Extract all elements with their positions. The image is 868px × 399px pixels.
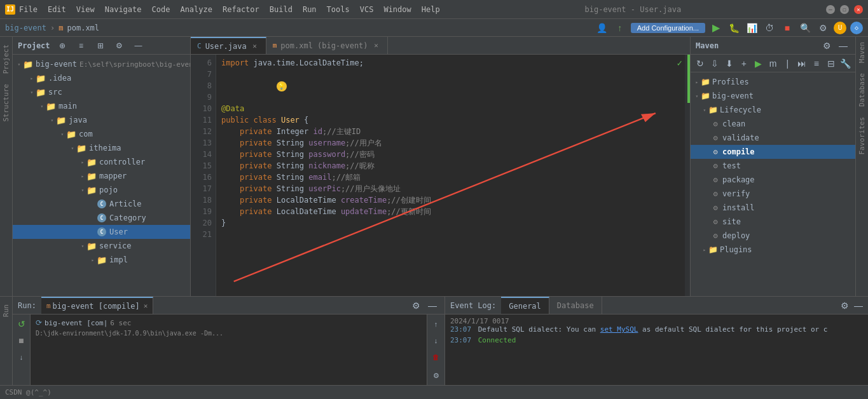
maven-validate-item[interactable]: ⚙ validate — [691, 131, 855, 145]
menu-build[interactable]: Build — [270, 5, 293, 14]
maven-wrench-btn[interactable]: 🔧 — [839, 57, 851, 71]
expand-arrow-main[interactable]: ▾ — [38, 102, 46, 110]
tree-item-pojo[interactable]: ▾ 📁 pojo — [13, 183, 190, 197]
tree-item-root[interactable]: ▾ 📁 big-event E:\self\springboot\big-eve… — [13, 57, 190, 71]
sidebar-minimize-btn[interactable]: — — [132, 39, 146, 53]
expand-arrow-src[interactable]: ▾ — [28, 88, 36, 96]
tab-close-pom[interactable]: ✕ — [372, 41, 381, 50]
database-strip-label[interactable]: Database — [857, 68, 867, 112]
tree-item-service[interactable]: ▾ 📁 service — [13, 239, 190, 253]
maven-plugins-item[interactable]: ▸ 📁 Plugins — [691, 243, 855, 257]
event-log-tab-general[interactable]: General — [501, 297, 549, 314]
search-btn[interactable]: 🔍 — [798, 21, 812, 35]
close-button[interactable]: ✕ — [854, 5, 863, 14]
expand-arrow-service[interactable]: ▾ — [79, 242, 86, 250]
maven-deploy-item[interactable]: ⚙ deploy — [691, 229, 855, 243]
maven-package-item[interactable]: ⚙ package — [691, 173, 855, 187]
add-configuration-button[interactable]: Add Configuration... — [631, 23, 705, 33]
coverage-btn[interactable]: 📊 — [745, 21, 759, 35]
run-stop-small-btn[interactable]: ⏹ — [15, 334, 29, 348]
run-gear2-btn[interactable]: ⚙ — [429, 369, 443, 382]
tree-item-itheima[interactable]: ▾ 📁 itheima — [13, 141, 190, 155]
event-log-tab-database[interactable]: Database — [549, 297, 602, 314]
expand-arrow-root[interactable]: ▾ — [15, 60, 23, 68]
favorites-strip-label[interactable]: Favorites — [857, 112, 867, 160]
tree-item-mapper[interactable]: ▸ 📁 mapper — [13, 169, 190, 183]
maven-install-item[interactable]: ⚙ install — [691, 201, 855, 215]
menu-navigate[interactable]: Navigate — [105, 5, 142, 14]
log-link-1[interactable]: set MySQL — [600, 325, 638, 334]
sidebar-collapse-btn[interactable]: ≡ — [74, 39, 88, 53]
maven-run-btn[interactable]: ▶ — [752, 57, 764, 71]
menu-file[interactable]: File — [19, 5, 38, 14]
expand-arrow-controller[interactable]: ▸ — [79, 158, 86, 166]
vcs-icon-btn[interactable]: ↑ — [613, 21, 627, 35]
sidebar-settings-btn[interactable]: ⚙ — [113, 39, 127, 53]
code-content[interactable]: import java.time.LocalDateTime; 💡 @Data … — [216, 55, 685, 296]
maven-verify-item[interactable]: ⚙ verify — [691, 187, 855, 201]
maven-settings-btn[interactable]: ⚙ — [820, 39, 834, 53]
breadcrumb-project[interactable]: big-event — [5, 24, 46, 32]
profile-btn[interactable]: ⏱ — [762, 21, 776, 35]
maven-test-item[interactable]: ⚙ test — [691, 159, 855, 173]
menu-vcs[interactable]: VCS — [360, 5, 374, 14]
tree-item-article[interactable]: ▸ C Article — [13, 197, 190, 211]
maven-add-btn[interactable]: + — [738, 57, 750, 71]
tree-item-java[interactable]: ▾ 📁 java — [13, 113, 190, 127]
menu-view[interactable]: View — [76, 5, 95, 14]
tree-item-controller[interactable]: ▸ 📁 controller — [13, 155, 190, 169]
expand-big-event[interactable]: ▾ — [693, 92, 701, 100]
run-settings-btn[interactable]: ⚙ — [409, 299, 423, 313]
tree-item-com[interactable]: ▾ 📁 com — [13, 127, 190, 141]
menu-run[interactable]: Run — [303, 5, 317, 14]
expand-profiles[interactable]: ▸ — [693, 78, 701, 86]
expand-arrow-com[interactable]: ▾ — [59, 130, 66, 138]
code-editor[interactable]: 6 7 8 9 10 11 12 13 14 15 16 17 18 19 20… — [191, 55, 690, 296]
event-log-settings-btn[interactable]: ⚙ — [837, 299, 851, 313]
minimize-button[interactable]: — — [826, 5, 835, 14]
maven-lifecycle-item[interactable]: ▾ 📁 Lifecycle — [691, 103, 855, 117]
user-icon-btn[interactable]: 👤 — [595, 21, 609, 35]
tree-item-idea[interactable]: ▸ 📁 .idea — [13, 71, 190, 85]
tree-item-main[interactable]: ▾ 📁 main — [13, 99, 190, 113]
maven-profiles-item[interactable]: ▸ 📁 Profiles — [691, 75, 855, 89]
expand-arrow-impl[interactable]: ▸ — [89, 256, 97, 264]
editor-scrollbar[interactable] — [685, 55, 690, 296]
expand-arrow-mapper[interactable]: ▸ — [79, 172, 86, 180]
tree-item-src[interactable]: ▾ 📁 src — [13, 85, 190, 99]
run-minimize-btn[interactable]: — — [425, 299, 439, 313]
maven-run-tasks-btn[interactable]: m — [767, 57, 779, 71]
expand-arrow-itheima[interactable]: ▾ — [69, 144, 76, 152]
maven-compile-item[interactable]: ⚙ compile — [691, 145, 855, 159]
stop-button[interactable]: ■ — [780, 21, 794, 35]
expand-arrow-idea[interactable]: ▸ — [28, 74, 36, 82]
tab-close-user-java[interactable]: ✕ — [251, 42, 259, 51]
project-strip-label[interactable]: Project — [1, 39, 11, 79]
maven-big-event-item[interactable]: ▾ 📁 big-event — [691, 89, 855, 103]
menu-edit[interactable]: Edit — [48, 5, 66, 14]
maven-skip-btn[interactable]: ⏭ — [796, 57, 808, 71]
run-button[interactable]: ▶ — [709, 21, 723, 35]
expand-plugins[interactable]: ▸ — [701, 246, 708, 254]
menu-refactor[interactable]: Refactor — [223, 5, 259, 14]
tree-item-user[interactable]: ▸ C User — [13, 225, 190, 239]
run-down-btn[interactable]: ↓ — [429, 334, 443, 348]
window-controls[interactable]: — ☐ ✕ — [826, 5, 863, 14]
maven-download-btn[interactable]: ⬇ — [724, 57, 736, 71]
expand-arrow-pojo[interactable]: ▾ — [79, 186, 86, 194]
tree-item-category[interactable]: ▸ C Category — [13, 211, 190, 225]
maven-site-item[interactable]: ⚙ site — [691, 215, 855, 229]
maven-refresh-btn[interactable]: ↻ — [694, 57, 706, 71]
maven-strip-label[interactable]: Maven — [857, 37, 867, 68]
maven-minimize-btn[interactable]: — — [836, 39, 850, 53]
maven-collapse-btn[interactable]: ⊟ — [825, 57, 837, 71]
run-strip-label[interactable]: Run — [1, 299, 11, 322]
run-restart-btn[interactable]: ↺ — [15, 317, 29, 331]
run-trash-btn[interactable]: 🗑 — [429, 350, 443, 364]
run-up-btn[interactable]: ↑ — [429, 317, 443, 331]
maven-tree-btn[interactable]: ≡ — [811, 57, 823, 71]
breadcrumb-file[interactable]: m — [59, 24, 63, 32]
run-tab-close[interactable]: ✕ — [144, 302, 148, 310]
tab-pom-xml[interactable]: m pom.xml (big-event) ✕ — [266, 37, 388, 54]
menu-bar[interactable]: File Edit View Navigate Code Analyze Ref… — [19, 5, 440, 14]
